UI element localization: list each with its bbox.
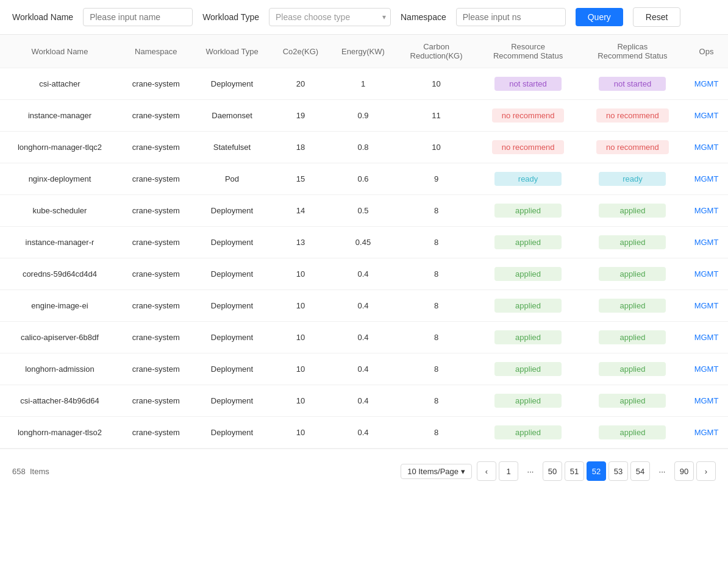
cell-carbon-reduction: 8 [397,195,476,227]
cell-workload-name: csi-attacher [0,68,120,100]
cell-co2e: 10 [272,322,330,353]
cell-carbon-reduction: 8 [397,227,476,258]
namespace-label: Namespace [401,12,446,22]
mgmt-link[interactable]: MGMT [694,238,719,247]
cell-namespace: crane-system [120,353,193,385]
cell-co2e: 20 [272,68,330,100]
prev-page-button[interactable]: ‹ [477,461,496,481]
cell-workload-name: nginx-deployment [0,163,120,195]
resource-status-badge: ready [494,172,562,186]
cell-carbon-reduction: 8 [397,322,476,353]
mgmt-link[interactable]: MGMT [694,111,719,120]
cell-resource-status: applied [476,322,580,353]
replicas-status-badge: applied [599,362,666,376]
cell-replicas-status: applied [580,258,685,290]
cell-replicas-status: applied [580,417,685,449]
cell-carbon-reduction: 11 [397,100,476,132]
cell-co2e: 18 [272,132,330,163]
resource-status-badge: applied [494,425,562,439]
table-row: nginx-deployment crane-system Pod 15 0.6… [0,163,728,195]
next-page-button[interactable]: › [696,461,716,481]
workload-name-input[interactable] [83,8,193,26]
col-workload-name: Workload Name [0,35,120,68]
mgmt-link[interactable]: MGMT [694,396,719,405]
resource-status-badge: no recommend [492,108,565,123]
cell-resource-status: applied [476,258,580,290]
col-resource-status: ResourceRecommend Status [476,35,580,68]
cell-workload-name: instance-manager [0,100,120,132]
table-row: coredns-59d64cd4d4 crane-system Deployme… [0,258,728,290]
mgmt-link[interactable]: MGMT [694,143,719,152]
items-count: 658 Items [12,467,49,476]
workload-type-select-wrapper: Please choose type Deployment Daemonset … [269,8,391,26]
cell-resource-status: applied [476,417,580,449]
cell-co2e: 10 [272,385,330,417]
col-carbon-reduction: CarbonReduction(KG) [397,35,476,68]
chevron-down-icon: ▾ [461,467,465,476]
resource-status-badge: applied [494,235,562,249]
mgmt-link[interactable]: MGMT [694,333,719,342]
cell-replicas-status: applied [580,322,685,353]
cell-workload-name: longhorn-admission [0,353,120,385]
replicas-status-badge: applied [599,330,666,344]
page-btn-50[interactable]: 50 [543,461,562,481]
resource-status-badge: not started [494,77,562,91]
table-row: longhorn-manager-tlqc2 crane-system Stat… [0,132,728,163]
cell-ops: MGMT [685,68,728,100]
cell-namespace: crane-system [120,68,193,100]
cell-co2e: 10 [272,258,330,290]
mgmt-link[interactable]: MGMT [694,174,719,183]
cell-carbon-reduction: 8 [397,258,476,290]
pagination-bar: 658 Items 10 Items/Page ▾ ‹1···505152535… [0,449,728,493]
cell-namespace: crane-system [120,163,193,195]
cell-workload-type: Deployment [193,417,272,449]
cell-co2e: 10 [272,353,330,385]
page-btn-90[interactable]: 90 [674,461,694,481]
query-button[interactable]: Query [576,8,623,26]
cell-workload-type: Deployment [193,195,272,227]
cell-workload-name: engine-image-ei [0,290,120,322]
cell-carbon-reduction: 8 [397,385,476,417]
cell-replicas-status: not started [580,68,685,100]
cell-ops: MGMT [685,290,728,322]
workload-type-select[interactable]: Please choose type Deployment Daemonset … [269,8,391,26]
mgmt-link[interactable]: MGMT [694,428,719,437]
col-co2e: Co2e(KG) [272,35,330,68]
mgmt-link[interactable]: MGMT [694,301,719,310]
cell-co2e: 19 [272,100,330,132]
namespace-input[interactable] [456,8,566,26]
cell-energy: 0.9 [329,100,396,132]
cell-namespace: crane-system [120,322,193,353]
page-btn-52[interactable]: 52 [587,461,606,481]
cell-ops: MGMT [685,227,728,258]
items-per-page-selector[interactable]: 10 Items/Page ▾ [401,464,472,479]
mgmt-link[interactable]: MGMT [694,79,719,88]
cell-co2e: 13 [272,227,330,258]
cell-namespace: crane-system [120,227,193,258]
cell-resource-status: applied [476,353,580,385]
resource-status-badge: applied [494,267,562,281]
replicas-status-badge: applied [599,425,666,439]
cell-workload-name: coredns-59d64cd4d4 [0,258,120,290]
cell-replicas-status: no recommend [580,100,685,132]
mgmt-link[interactable]: MGMT [694,206,719,215]
cell-energy: 0.4 [329,290,396,322]
cell-workload-type: Statefulset [193,132,272,163]
cell-resource-status: no recommend [476,132,580,163]
mgmt-link[interactable]: MGMT [694,364,719,374]
col-namespace: Namespace [120,35,193,68]
replicas-status-badge: not started [599,77,666,91]
cell-energy: 0.4 [329,385,396,417]
page-btn-53[interactable]: 53 [608,461,628,481]
page-btn-51[interactable]: 51 [565,461,584,481]
cell-resource-status: applied [476,385,580,417]
cell-workload-name: instance-manager-r [0,227,120,258]
pagination: ‹1···5051525354···90› [477,461,716,481]
table-row: engine-image-ei crane-system Deployment … [0,290,728,322]
page-btn-54[interactable]: 54 [630,461,650,481]
page-btn-1[interactable]: 1 [499,461,518,481]
cell-replicas-status: applied [580,353,685,385]
replicas-status-badge: no recommend [596,140,669,154]
reset-button[interactable]: Reset [633,7,681,27]
mgmt-link[interactable]: MGMT [694,269,719,279]
